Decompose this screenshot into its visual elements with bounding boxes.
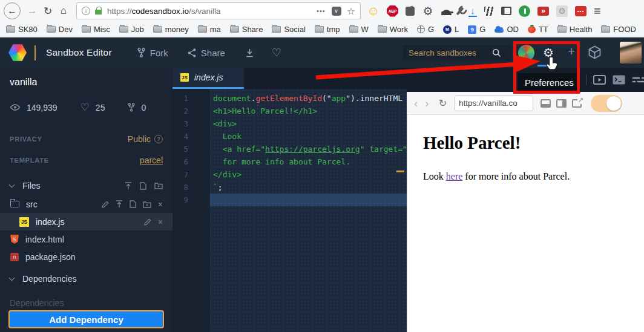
tab-index-js[interactable]: JS index.js	[172, 68, 244, 89]
here-link[interactable]: here	[446, 171, 463, 181]
close-icon[interactable]: ×	[158, 200, 163, 209]
fork-button[interactable]: Fork	[137, 48, 168, 58]
search-input[interactable]	[402, 48, 492, 57]
puzzle-extension-icon[interactable]	[406, 7, 415, 16]
likes-stat[interactable]: ♡ 25	[80, 101, 105, 114]
upload-icon[interactable]	[125, 182, 132, 190]
pocket-icon[interactable]: ∨	[332, 7, 341, 16]
code-line-5[interactable]: 5 <a href="https://parceljs.org" target=…	[172, 143, 407, 155]
wrench-extension-icon[interactable]	[456, 7, 464, 15]
preview-back-button[interactable]: ‹	[414, 97, 418, 110]
newfolder-icon[interactable]	[143, 201, 151, 208]
bookmark-item[interactable]: W	[349, 25, 369, 34]
browser-preview-view-icon[interactable]	[593, 75, 606, 85]
extension-icons-row: ☺ABP⚙↓»⚙•••	[367, 5, 586, 17]
share-button[interactable]: Share	[188, 48, 225, 58]
live-preview-toggle[interactable]	[591, 95, 622, 112]
code-area[interactable]: 1document.getElementById("app").innerHTM…	[172, 89, 407, 332]
pencil-icon[interactable]	[144, 218, 151, 226]
code-line-7[interactable]: 7</div>	[172, 168, 407, 181]
bookmark-item[interactable]: ma	[198, 25, 221, 34]
preview-refresh-icon[interactable]: ↻	[439, 97, 447, 109]
template-link[interactable]: parcel	[140, 155, 163, 165]
gear-extension-icon[interactable]: ⚙	[422, 5, 434, 17]
bookmark-item[interactable]: Social	[272, 25, 305, 34]
newfile-icon[interactable]	[140, 182, 146, 190]
menu-button[interactable]: ≡	[594, 4, 601, 18]
video-speed-extension-icon[interactable]: »	[537, 7, 549, 16]
home-button[interactable]: ⌂	[56, 5, 71, 17]
like-button[interactable]: ♡	[272, 46, 281, 59]
bookmark-item[interactable]: Health	[557, 25, 593, 34]
library-icon[interactable]	[484, 7, 494, 16]
user-avatar[interactable]	[620, 42, 642, 63]
add-dependency-button[interactable]: Add Dependency	[8, 310, 164, 328]
code-line-1[interactable]: 1document.getElementById("app").innerHTM…	[172, 92, 407, 105]
code-line-8[interactable]: 8`;	[172, 181, 407, 194]
terminal-view-icon[interactable]	[613, 75, 625, 85]
download-sandbox-button[interactable]	[246, 48, 254, 57]
bookmark-item[interactable]: TT	[528, 25, 548, 34]
bookmark-item[interactable]: Job	[119, 25, 144, 34]
pencil-icon[interactable]	[102, 201, 109, 208]
console-view-icon[interactable]	[632, 75, 644, 85]
code-line-3[interactable]: 3<div>	[172, 117, 407, 130]
files-section-header[interactable]: Files	[10, 181, 163, 190]
bookmark-item[interactable]: Work	[378, 25, 408, 34]
bookmark-item[interactable]: FOOD	[601, 25, 636, 34]
bookmark-item[interactable]: SK80	[6, 25, 38, 34]
open-in-new-window-icon[interactable]	[572, 99, 582, 108]
my-sandboxes-cube-icon[interactable]	[588, 45, 602, 60]
password-manager-extension-icon[interactable]: •••	[575, 6, 586, 16]
back-icon: ←	[7, 5, 17, 16]
bookmark-item[interactable]: Dev	[47, 25, 73, 34]
fork-icon	[137, 48, 145, 57]
bookmark-star-icon[interactable]: ☆	[347, 5, 355, 17]
bookmark-item[interactable]: money	[153, 25, 189, 34]
file-row-src[interactable]: src×	[10, 195, 163, 213]
split-right-icon[interactable]	[556, 99, 567, 108]
preview-url-input[interactable]	[455, 96, 533, 111]
forward-button[interactable]: →	[24, 5, 40, 17]
upload-icon[interactable]	[116, 200, 123, 208]
back-button[interactable]: ←	[4, 2, 21, 19]
search-icon[interactable]	[492, 48, 501, 57]
split-bottom-icon[interactable]	[540, 99, 551, 108]
newfolder-icon[interactable]	[154, 182, 163, 189]
adblock-plus-icon[interactable]: ABP	[387, 5, 398, 17]
code-line-2[interactable]: 2<h1>Hello Parcel!</h1>	[172, 105, 407, 117]
dependencies-section-header[interactable]: Dependencies	[10, 274, 163, 284]
code-line-4[interactable]: 4 Look	[172, 130, 407, 143]
file-row-package-json[interactable]: npackage.json	[10, 248, 163, 265]
preview-forward-button[interactable]: ›	[425, 97, 429, 110]
codesandbox-logo-icon[interactable]	[8, 44, 27, 62]
bookmark-item[interactable]: G	[417, 25, 434, 34]
newfile-icon[interactable]	[130, 200, 136, 208]
disabled-gear-extension-icon[interactable]: ⚙	[556, 5, 568, 17]
file-row-index-html[interactable]: 5index.html	[10, 230, 163, 248]
sidebar-toggle-icon[interactable]	[501, 7, 511, 15]
bookmark-item[interactable]: tmp	[315, 25, 340, 34]
bookmark-item[interactable]: 9G	[468, 25, 485, 34]
privacy-value[interactable]: Public?	[128, 134, 163, 144]
url-bar[interactable]: i https://codesandbox.io/s/vanilla ••• ∨…	[76, 2, 361, 19]
code-line-9[interactable]: 9	[172, 194, 407, 206]
preview-browser-toolbar: ‹ › ↻	[407, 92, 644, 115]
bookmark-item[interactable]: Misc	[82, 25, 110, 34]
bookmark-item[interactable]: Share	[230, 25, 263, 34]
site-info-icon[interactable]: i	[82, 7, 90, 15]
reload-button[interactable]: ↻	[40, 5, 56, 18]
bookmark-item[interactable]: ML	[443, 25, 459, 34]
file-row-index-js[interactable]: JSindex.js×	[0, 213, 172, 230]
emoji-extension-icon[interactable]: ☺	[367, 5, 380, 17]
green-pause-extension-icon[interactable]	[519, 5, 530, 17]
code-line-6[interactable]: 6 for more info about Parcel.	[172, 155, 407, 168]
download-manager-icon[interactable]: ↓	[468, 5, 477, 17]
close-icon[interactable]: ×	[158, 217, 163, 227]
url-text[interactable]: https://codesandbox.io/s/vanilla	[107, 7, 221, 16]
page-actions-icon[interactable]: •••	[317, 7, 326, 15]
hat-extension-icon[interactable]	[441, 10, 452, 15]
https-lock-icon[interactable]	[95, 10, 102, 15]
help-icon[interactable]: ?	[154, 135, 163, 143]
bookmark-item[interactable]: OD	[494, 25, 519, 34]
